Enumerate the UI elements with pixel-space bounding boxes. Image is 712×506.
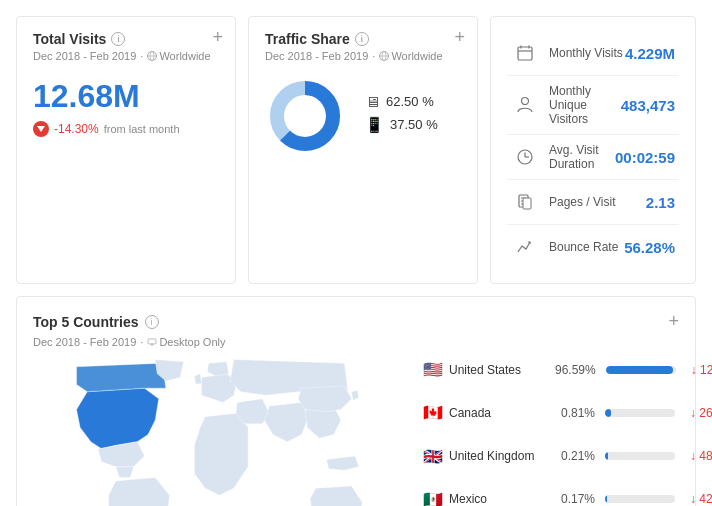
donut-chart xyxy=(265,76,345,156)
stat-row-calendar: Monthly Visits 4.229M xyxy=(507,31,679,76)
country-row-0: 🇺🇸 United States 96.59% ↓ 12.12% xyxy=(423,356,679,383)
country-row-3: 🇲🇽 Mexico 0.17% ↓ 42.91% xyxy=(423,486,679,506)
country-change-3: ↓ 42.91% xyxy=(685,492,712,506)
top-countries-title: Top 5 Countries xyxy=(33,314,139,330)
country-name-2: United Kingdom xyxy=(449,449,549,463)
country-change-2: ↓ 48.44% xyxy=(685,449,712,463)
svg-marker-3 xyxy=(37,126,45,132)
country-change-1: ↓ 26.95% xyxy=(685,406,712,420)
canada-path xyxy=(77,363,166,392)
total-visits-value: 12.68M xyxy=(33,78,219,115)
stat-label-person: Monthly Unique Visitors xyxy=(549,84,621,126)
central-america-path xyxy=(116,467,134,478)
country-bar-2 xyxy=(605,452,675,460)
indonesia-path xyxy=(327,456,359,470)
country-name-0: United States xyxy=(449,363,549,377)
stat-value-bounce: 56.28% xyxy=(624,239,675,256)
stats-card: Monthly Visits 4.229M Monthly Unique Vis… xyxy=(490,16,696,284)
country-flag-2: 🇬🇧 xyxy=(423,447,443,466)
total-visits-card: + Total Visits i Dec 2018 - Feb 2019 · W… xyxy=(16,16,236,284)
globe-icon xyxy=(147,51,157,61)
stat-row-clock: Avg. Visit Duration 00:02:59 xyxy=(507,135,679,180)
south-asia-path xyxy=(264,402,308,441)
country-name-3: Mexico xyxy=(449,492,549,506)
stat-label-calendar: Monthly Visits xyxy=(549,46,625,60)
dashboard: + Total Visits i Dec 2018 - Feb 2019 · W… xyxy=(0,0,712,506)
traffic-share-title: Traffic Share i xyxy=(265,31,461,47)
countries-list: 🇺🇸 United States 96.59% ↓ 12.12% 🇨🇦 Cana… xyxy=(413,356,679,506)
svg-rect-19 xyxy=(523,198,531,209)
top-countries-card: Top 5 Countries i + Dec 2018 - Feb 2019 … xyxy=(16,296,696,506)
stat-row-pages: Pages / Visit 2.13 xyxy=(507,180,679,225)
bounce-icon xyxy=(511,233,539,261)
bottom-content: 🇺🇸 United States 96.59% ↓ 12.12% 🇨🇦 Cana… xyxy=(33,356,679,506)
country-bar-0 xyxy=(606,366,676,374)
top-countries-header: Top 5 Countries i + xyxy=(33,311,679,332)
stat-value-pages: 2.13 xyxy=(646,194,675,211)
total-visits-subtitle: Dec 2018 - Feb 2019 · Worldwide xyxy=(33,50,219,62)
total-visits-title: Total Visits i xyxy=(33,31,219,47)
country-row-1: 🇨🇦 Canada 0.81% ↓ 26.95% xyxy=(423,399,679,426)
country-flag-0: 🇺🇸 xyxy=(423,360,443,379)
stat-value-person: 483,473 xyxy=(621,97,675,114)
country-pct-3: 0.17% xyxy=(555,492,595,506)
top-countries-add-button[interactable]: + xyxy=(668,311,679,332)
total-visits-change: -14.30% from last month xyxy=(33,121,219,137)
traffic-share-add-button[interactable]: + xyxy=(454,27,465,48)
total-visits-info-icon[interactable]: i xyxy=(111,32,125,46)
country-pct-0: 96.59% xyxy=(555,363,596,377)
traffic-share-subtitle: Dec 2018 - Feb 2019 · Worldwide xyxy=(265,50,461,62)
stats-container: Monthly Visits 4.229M Monthly Unique Vis… xyxy=(507,31,679,269)
person-icon xyxy=(511,91,539,119)
traffic-legend: 🖥 62.50 % 📱 37.50 % xyxy=(365,93,438,140)
australia-path xyxy=(310,486,362,506)
africa-path xyxy=(194,413,248,495)
clock-icon xyxy=(511,143,539,171)
scandinavia-path xyxy=(207,362,228,376)
japan-path xyxy=(352,390,359,400)
svg-point-11 xyxy=(522,98,529,105)
traffic-share-card: + Traffic Share i Dec 2018 - Feb 2019 · … xyxy=(248,16,478,284)
svg-rect-7 xyxy=(518,47,532,60)
traffic-globe-icon xyxy=(379,51,389,61)
top-countries-info-icon[interactable]: i xyxy=(145,315,159,329)
desktop-icon: 🖥 xyxy=(365,93,380,110)
pages-icon xyxy=(511,188,539,216)
stat-row-bounce: Bounce Rate 56.28% xyxy=(507,225,679,269)
country-row-2: 🇬🇧 United Kingdom 0.21% ↓ 48.44% xyxy=(423,443,679,470)
country-name-1: Canada xyxy=(449,406,549,420)
country-bar-3 xyxy=(605,495,675,503)
stat-value-calendar: 4.229M xyxy=(625,45,675,62)
east-asia-path xyxy=(298,386,352,412)
legend-mobile: 📱 37.50 % xyxy=(365,116,438,134)
donut-container: 🖥 62.50 % 📱 37.50 % xyxy=(265,76,461,156)
country-flag-3: 🇲🇽 xyxy=(423,490,443,506)
stat-row-person: Monthly Unique Visitors 483,473 xyxy=(507,76,679,135)
country-change-0: ↓ 12.12% xyxy=(686,363,712,377)
desktop-small-icon xyxy=(147,337,157,347)
world-map-svg xyxy=(33,356,413,506)
stat-label-bounce: Bounce Rate xyxy=(549,240,624,254)
change-down-icon xyxy=(33,121,49,137)
south-america-path xyxy=(109,477,170,506)
stat-label-pages: Pages / Visit xyxy=(549,195,646,209)
country-bar-1 xyxy=(605,409,675,417)
uk-path xyxy=(194,374,201,385)
stat-label-clock: Avg. Visit Duration xyxy=(549,143,615,171)
legend-desktop: 🖥 62.50 % xyxy=(365,93,438,110)
total-visits-add-button[interactable]: + xyxy=(212,27,223,48)
mobile-icon: 📱 xyxy=(365,116,384,134)
calendar-icon xyxy=(511,39,539,67)
usa-path xyxy=(77,388,159,449)
country-pct-2: 0.21% xyxy=(555,449,595,463)
world-map-area xyxy=(33,356,413,506)
top-countries-subtitle: Dec 2018 - Feb 2019 · Desktop Only xyxy=(33,336,679,348)
country-flag-1: 🇨🇦 xyxy=(423,403,443,422)
svg-rect-20 xyxy=(148,339,156,344)
country-pct-1: 0.81% xyxy=(555,406,595,420)
stat-value-clock: 00:02:59 xyxy=(615,149,675,166)
top-row: + Total Visits i Dec 2018 - Feb 2019 · W… xyxy=(16,16,696,284)
traffic-share-info-icon[interactable]: i xyxy=(355,32,369,46)
